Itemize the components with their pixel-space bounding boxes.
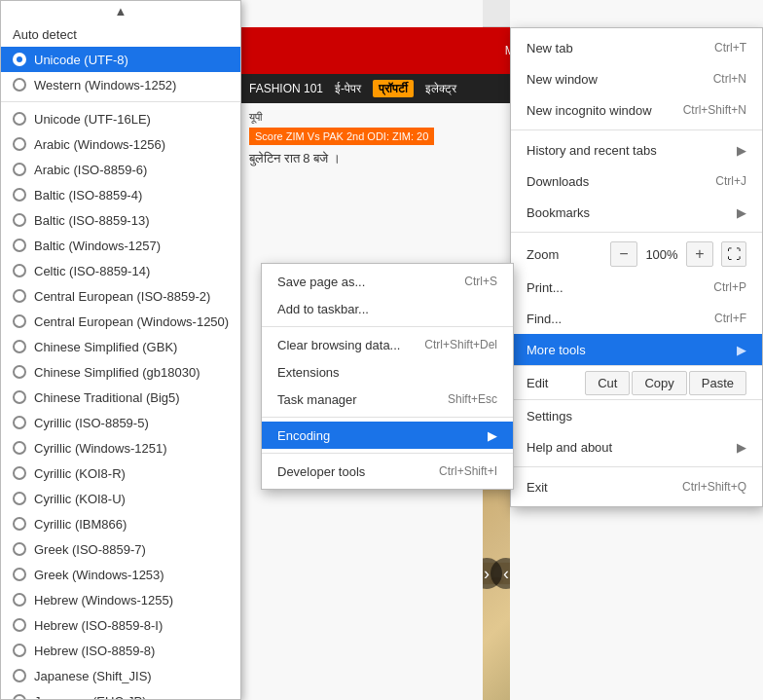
paste-button[interactable]: Paste: [689, 371, 746, 395]
encoding-chinese-big5[interactable]: Chinese Traditional (Big5): [1, 385, 240, 410]
encoding-cyrillic-ibm866[interactable]: Cyrillic (IBM866): [1, 511, 240, 536]
context-developer-tools[interactable]: Developer tools Ctrl+Shift+I: [262, 458, 513, 485]
chrome-divider-1: [511, 129, 762, 130]
encoding-hebrew-iso-i[interactable]: Hebrew (ISO-8859-8-I): [1, 612, 240, 638]
chrome-help[interactable]: Help and about ▶: [511, 431, 762, 462]
auto-detect-label: Auto detect: [13, 27, 77, 42]
chrome-downloads[interactable]: Downloads Ctrl+J: [511, 166, 762, 197]
context-add-taskbar[interactable]: Add to taskbar...: [262, 295, 513, 322]
encoding-auto-detect[interactable]: Auto detect: [1, 21, 240, 47]
utf8-radio: [13, 53, 26, 66]
context-encoding-arrow: ▶: [488, 428, 497, 443]
chrome-more-tools[interactable]: More tools ▶: [511, 334, 762, 365]
encoding-celtic[interactable]: Celtic (ISO-8859-14): [1, 258, 240, 283]
chrome-divider-3: [511, 466, 762, 467]
context-save-page[interactable]: Save page as... Ctrl+S: [262, 268, 513, 295]
encoding-menu: ▲ Auto detect Unicode (UTF-8) Western (W…: [0, 0, 241, 700]
encoding-windows-1252[interactable]: Western (Windows-1252): [1, 72, 240, 97]
encoding-utf8[interactable]: Unicode (UTF-8): [1, 47, 240, 72]
context-extensions[interactable]: Extensions: [262, 358, 513, 386]
context-encoding[interactable]: Encoding ▶: [262, 422, 513, 449]
windows1252-label: Western (Windows-1252): [34, 78, 176, 92]
context-divider-1: [262, 326, 513, 327]
utf8-label: Unicode (UTF-8): [34, 53, 128, 67]
chrome-menu: New tab Ctrl+T New window Ctrl+N New inc…: [510, 27, 763, 507]
browser-toolbar: [483, 0, 510, 27]
encoding-chinese-gb18030[interactable]: Chinese Simplified (gb18030): [1, 359, 240, 385]
cut-button[interactable]: Cut: [585, 371, 630, 395]
encoding-scroll-up[interactable]: ▲: [1, 1, 240, 21]
chrome-new-incognito[interactable]: New incognito window Ctrl+Shift+N: [511, 94, 762, 126]
zoom-minus-button[interactable]: −: [610, 241, 637, 267]
encoding-arabic-1256[interactable]: Arabic (Windows-1256): [1, 131, 240, 157]
chrome-divider-2: [511, 232, 762, 233]
chrome-bookmarks-arrow: ▶: [737, 205, 746, 220]
context-menu: Save page as... Ctrl+S Add to taskbar...…: [261, 263, 514, 490]
chrome-find[interactable]: Find... Ctrl+F: [511, 303, 762, 334]
encoding-chinese-gbk[interactable]: Chinese Simplified (GBK): [1, 334, 240, 359]
encoding-japanese-euc[interactable]: Japanese (EUC-JP): [1, 688, 240, 700]
zoom-value-label: 100%: [641, 247, 682, 262]
chrome-new-window[interactable]: New window Ctrl+N: [511, 63, 762, 94]
encoding-greek-win1253[interactable]: Greek (Windows-1253): [1, 562, 240, 587]
nav-property[interactable]: प्रॉपर्टी: [373, 80, 414, 97]
encoding-japanese-shift[interactable]: Japanese (Shift_JIS): [1, 663, 240, 688]
nav-electr[interactable]: इलेक्ट्र: [425, 82, 456, 95]
encoding-hebrew-win1255[interactable]: Hebrew (Windows-1255): [1, 587, 240, 612]
encoding-baltic-iso4[interactable]: Baltic (ISO-8859-4): [1, 182, 240, 207]
chrome-help-arrow: ▶: [737, 440, 746, 455]
nav-fashion[interactable]: FASHION 101: [249, 82, 323, 95]
encoding-cyrillic-koi8u[interactable]: Cyrillic (KOI8-U): [1, 486, 240, 511]
context-clear-browsing[interactable]: Clear browsing data... Ctrl+Shift+Del: [262, 331, 513, 358]
edit-row: Edit Cut Copy Paste: [511, 365, 762, 400]
nav-epaper[interactable]: ई-पेपर: [335, 82, 361, 95]
chrome-new-tab[interactable]: New tab Ctrl+T: [511, 32, 762, 63]
zoom-controls: − 100% + ⛶: [610, 241, 746, 267]
chrome-print[interactable]: Print... Ctrl+P: [511, 272, 762, 303]
chrome-history[interactable]: History and recent tabs ▶: [511, 134, 762, 166]
encoding-baltic-iso13[interactable]: Baltic (ISO-8859-13): [1, 207, 240, 233]
chrome-more-tools-arrow: ▶: [737, 343, 746, 357]
encoding-cyrillic-iso[interactable]: Cyrillic (ISO-8859-5): [1, 410, 240, 435]
chrome-exit[interactable]: Exit Ctrl+Shift+Q: [511, 471, 762, 502]
zoom-fullscreen-button[interactable]: ⛶: [721, 241, 746, 267]
encoding-cyrillic-win1251[interactable]: Cyrillic (Windows-1251): [1, 435, 240, 461]
encoding-cyrillic-koi8r[interactable]: Cyrillic (KOI8-R): [1, 461, 240, 486]
copy-button[interactable]: Copy: [632, 371, 686, 395]
context-divider-2: [262, 417, 513, 418]
windows1252-radio: [13, 78, 26, 92]
encoding-divider-1: [1, 101, 240, 102]
encoding-utf16le[interactable]: Unicode (UTF-16LE): [1, 106, 240, 131]
encoding-hebrew-iso[interactable]: Hebrew (ISO-8859-8): [1, 638, 240, 663]
context-divider-3: [262, 453, 513, 454]
zoom-plus-button[interactable]: +: [686, 241, 713, 267]
encoding-central-eu-iso[interactable]: Central European (ISO-8859-2): [1, 283, 240, 309]
chrome-bookmarks[interactable]: Bookmarks ▶: [511, 197, 762, 228]
score-bar: Score ZIM Vs PAK 2nd ODI: ZIM: 20: [249, 128, 434, 145]
chrome-history-arrow: ▶: [737, 143, 746, 158]
utf16le-radio: [13, 112, 26, 126]
chrome-settings[interactable]: Settings: [511, 400, 762, 431]
encoding-arabic-iso[interactable]: Arabic (ISO-8859-6): [1, 157, 240, 182]
context-task-manager[interactable]: Task manager Shift+Esc: [262, 386, 513, 413]
encoding-baltic-win1257[interactable]: Baltic (Windows-1257): [1, 233, 240, 258]
zoom-row: Zoom − 100% + ⛶: [511, 237, 762, 272]
encoding-greek-iso[interactable]: Greek (ISO-8859-7): [1, 536, 240, 562]
encoding-central-eu-win[interactable]: Central European (Windows-1250): [1, 309, 240, 334]
